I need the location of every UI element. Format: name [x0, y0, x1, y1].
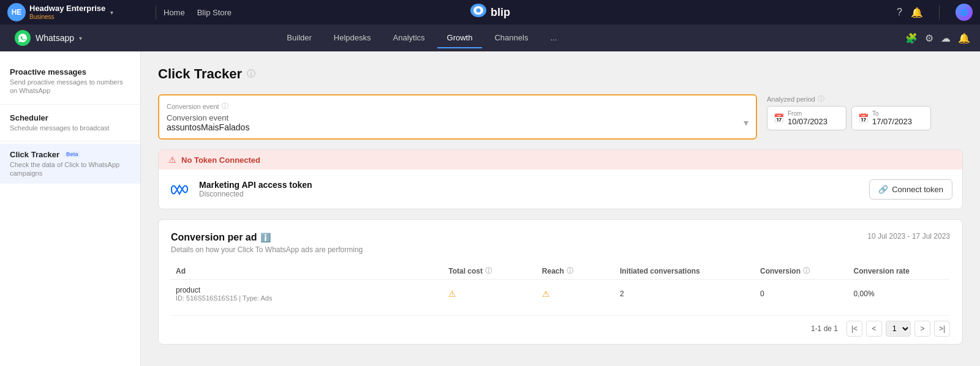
blip-logo-icon	[470, 3, 487, 21]
page-title: Click Tracker	[158, 66, 242, 82]
sidebar-item-click-tracker[interactable]: Click Tracker Beta Check the data of Cli…	[0, 144, 140, 184]
globe-icon: 🌐	[960, 9, 968, 16]
whatsapp-icon	[15, 30, 31, 46]
user-avatar[interactable]: 🌐	[956, 4, 973, 21]
notifications-button[interactable]: 🔔	[911, 7, 923, 18]
td-rate: 0,00%	[849, 280, 950, 308]
th-conversion: Conversion ⓘ	[755, 263, 849, 280]
token-info: Marketing API access token Disconnected	[199, 180, 861, 198]
sidebar-item-proactive-desc: Send proactive messages to numbers on Wh…	[10, 78, 130, 95]
table-row: product ID: 516S516S16S15 | Type: Ads ⚠ …	[171, 280, 950, 308]
tab-builder[interactable]: Builder	[277, 28, 321, 48]
blip-logo: blip	[470, 3, 510, 21]
from-date-input[interactable]: 📅 From 10/07/2023	[767, 106, 846, 130]
table-subtitle: Details on how your Click To WhatsApp ad…	[171, 245, 950, 254]
sidebar-divider-1	[0, 104, 140, 105]
top-nav: HE Headway Enterprise Business ▾ Home Bl…	[0, 0, 980, 24]
tab-more[interactable]: ...	[540, 28, 567, 48]
token-alert-section: ⚠ No Token Connected Marketing API acces…	[158, 149, 963, 209]
puzzle-icon[interactable]: 🧩	[905, 32, 918, 44]
ad-name: product	[176, 286, 439, 294]
no-token-text: No Token Connected	[181, 155, 260, 165]
filter-row: Conversion event ⓘ Conversion event assu…	[158, 94, 963, 140]
settings-icon[interactable]: ⚙	[925, 32, 933, 44]
layout: Proactive messages Send proactive messag…	[0, 51, 980, 366]
sidebar-item-click-tracker-title: Click Tracker Beta	[10, 150, 130, 159]
conversion-select-row[interactable]: Conversion event assuntosMaisFalados ▾	[167, 113, 748, 132]
tab-helpdesks[interactable]: Helpdesks	[324, 28, 381, 48]
channel-name: Whatsapp	[36, 33, 74, 43]
table-date-range: 10 Jul 2023 - 17 Jul 2023	[867, 232, 950, 241]
td-initiated: 2	[615, 280, 755, 308]
nav-home[interactable]: Home	[164, 8, 185, 17]
blip-logo-text: blip	[491, 6, 510, 19]
conv-info-icon[interactable]: ⓘ	[222, 102, 228, 111]
help-button[interactable]: ?	[897, 7, 902, 18]
cloud-icon[interactable]: ☁	[941, 32, 951, 44]
sub-nav: Whatsapp ▾ Builder Helpdesks Analytics G…	[0, 24, 980, 51]
th-reach: Reach ⓘ	[537, 263, 615, 280]
tab-analytics[interactable]: Analytics	[383, 28, 435, 48]
conversion-table-section: Conversion per ad ℹ️ 10 Jul 2023 - 17 Ju…	[158, 219, 963, 345]
sidebar-item-scheduler-title: Scheduler	[10, 113, 130, 122]
alert-icon: ⚠	[168, 155, 176, 165]
brand-avatar: HE	[7, 3, 26, 21]
next-page-button[interactable]: >	[914, 321, 930, 337]
sidebar-item-scheduler[interactable]: Scheduler Schedule messages to broadcast	[0, 107, 140, 138]
conv-select-inner: Conversion event	[167, 113, 249, 122]
last-page-button[interactable]: >|	[934, 321, 950, 337]
th-cost-info-icon[interactable]: ⓘ	[485, 266, 492, 275]
table-info-icon[interactable]: ℹ️	[260, 233, 271, 242]
tab-channels[interactable]: Channels	[484, 28, 538, 48]
sidebar-item-proactive-title: Proactive messages	[10, 67, 130, 77]
table-body: product ID: 516S516S16S15 | Type: Ads ⚠ …	[171, 280, 950, 308]
page-info: 1-1 de 1	[811, 324, 838, 333]
th-reach-info-icon[interactable]: ⓘ	[567, 266, 573, 275]
nav-right: ? 🔔 🌐	[897, 4, 973, 21]
sidebar-item-scheduler-desc: Schedule messages to broadcast	[10, 124, 130, 132]
page-select[interactable]: 1	[886, 321, 911, 337]
th-ad: Ad	[171, 263, 443, 280]
to-date-value: 17/07/2023	[872, 117, 912, 126]
to-date-input[interactable]: 📅 To 17/07/2023	[851, 106, 931, 130]
conv-select-value: assuntosMaisFalados	[167, 122, 249, 132]
token-body: Marketing API access token Disconnected …	[159, 170, 962, 209]
connect-token-button[interactable]: 🔗 Connect token	[869, 179, 952, 200]
prev-page-button[interactable]: <	[866, 321, 882, 337]
conversion-event-label: Conversion event ⓘ	[167, 102, 748, 111]
th-total-cost: Total cost ⓘ	[443, 263, 537, 280]
period-info-icon[interactable]: ⓘ	[818, 94, 824, 103]
brand-text: Headway Enterprise Business	[29, 4, 105, 21]
brand-area[interactable]: HE Headway Enterprise Business ▾	[7, 3, 148, 21]
bell-icon[interactable]: 🔔	[958, 32, 970, 44]
td-total-cost: ⚠	[443, 280, 537, 308]
th-rate: Conversion rate	[849, 263, 950, 280]
nav-blip-store[interactable]: Blip Store	[197, 8, 232, 17]
table-title: Conversion per ad ℹ️	[171, 232, 271, 243]
date-inputs: 📅 From 10/07/2023 📅 To 17/07/2023	[767, 106, 963, 130]
title-info-icon[interactable]: ⓘ	[247, 69, 255, 80]
warning-icon-reach: ⚠	[542, 289, 550, 299]
top-nav-links: Home Blip Store	[164, 8, 232, 17]
calendar-to-icon: 📅	[858, 113, 869, 123]
no-token-bar: ⚠ No Token Connected	[159, 150, 962, 170]
sidebar-divider-2	[0, 141, 140, 141]
sidebar-item-proactive[interactable]: Proactive messages Send proactive messag…	[0, 61, 140, 102]
first-page-button[interactable]: |<	[846, 321, 862, 337]
ad-id: ID: 516S516S16S15 | Type: Ads	[176, 294, 439, 302]
meta-logo-icon	[168, 178, 190, 200]
data-table: Ad Total cost ⓘ Reach ⓘ	[171, 263, 950, 308]
token-title: Marketing API access token	[199, 180, 861, 190]
from-label: From	[788, 110, 827, 117]
main-content: Click Tracker ⓘ Conversion event ⓘ Conve…	[141, 51, 980, 366]
td-conversion: 0	[755, 280, 849, 308]
conversion-event-box: Conversion event ⓘ Conversion event assu…	[158, 94, 757, 140]
channel-selector[interactable]: Whatsapp ▾	[10, 28, 108, 48]
th-conv-info-icon[interactable]: ⓘ	[803, 266, 810, 275]
warning-icon-cost: ⚠	[448, 289, 456, 299]
nav-divider	[156, 5, 156, 20]
nav-divider-2	[939, 5, 940, 20]
tab-growth[interactable]: Growth	[437, 28, 483, 48]
td-ad: product ID: 516S516S16S15 | Type: Ads	[171, 280, 443, 308]
svg-point-2	[477, 9, 481, 13]
